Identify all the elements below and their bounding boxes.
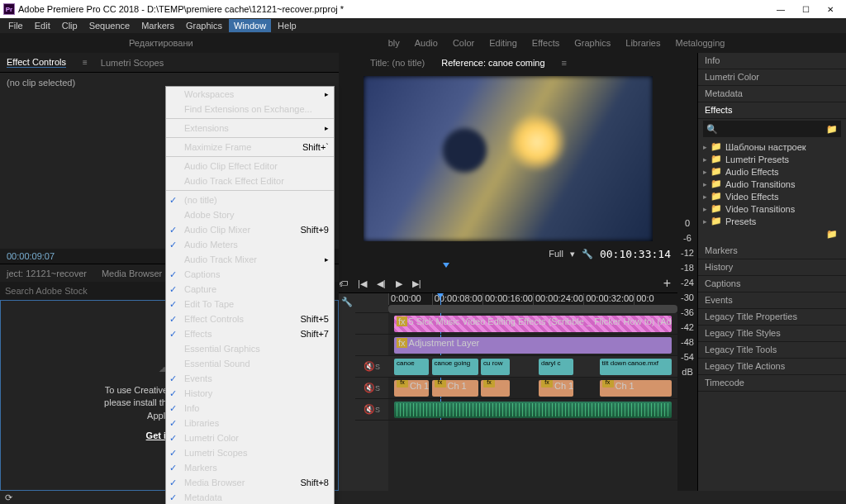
tree-item[interactable]: ▸📁Audio Effects bbox=[703, 165, 841, 178]
add-button-icon[interactable]: + bbox=[663, 276, 671, 291]
track-v3-lane[interactable]: fx5 Sick Music Video Editing Effects (Sc… bbox=[388, 313, 677, 335]
program-viewer[interactable] bbox=[364, 76, 653, 241]
panel-metadata[interactable]: Metadata bbox=[698, 86, 846, 102]
menu-item[interactable]: ✓Lumetri Scopes bbox=[166, 445, 334, 460]
mute-icon[interactable]: 🔇 bbox=[364, 361, 375, 372]
mute-icon[interactable]: 🔇 bbox=[364, 383, 375, 393]
clip-a2[interactable] bbox=[394, 402, 672, 418]
menu-item[interactable]: Audio Track Mixer▸ bbox=[166, 252, 334, 267]
ws-effects[interactable]: Effects bbox=[532, 38, 559, 48]
panel-legacy-title-properties[interactable]: Legacy Title Properties bbox=[698, 309, 846, 326]
mute-icon[interactable]: 🔇 bbox=[364, 404, 375, 415]
timeline-zoom-scrollbar[interactable] bbox=[388, 305, 677, 313]
ws-editing-ru[interactable]: Редактировани bbox=[129, 38, 193, 48]
menu-item[interactable]: ✓Lumetri Color bbox=[166, 430, 334, 445]
menu-item[interactable]: ✓Edit To Tape bbox=[166, 297, 334, 311]
track-a2-lane[interactable] bbox=[388, 399, 677, 421]
close-button[interactable]: ✕ bbox=[818, 0, 843, 18]
clip-v1-5[interactable]: tilt down canoe.mxf bbox=[600, 359, 673, 375]
track-v2-lane[interactable]: fxAdjustment Layer bbox=[388, 335, 677, 356]
minimize-button[interactable]: — bbox=[768, 0, 793, 18]
clip-a1-5[interactable]: fxCh 1 bbox=[600, 380, 673, 397]
track-a1-lane[interactable]: fxCh 1 fxCh 1 fx fxCh 1 fxCh 1 bbox=[388, 378, 677, 399]
menu-window[interactable]: Window bbox=[229, 19, 271, 32]
tree-item[interactable]: ▸📁Lumetri Presets bbox=[703, 153, 841, 165]
menu-item[interactable]: ✓Audio Meters bbox=[166, 237, 334, 252]
ws-metalogging[interactable]: Metalogging bbox=[675, 38, 725, 48]
ws-color[interactable]: Color bbox=[453, 38, 474, 48]
menu-item[interactable]: Find Extensions on Exchange... bbox=[166, 102, 334, 116]
new-bin-icon[interactable]: 📁 bbox=[826, 124, 838, 135]
go-in-icon[interactable]: |◀ bbox=[358, 278, 367, 289]
track-v1[interactable]: 🔇 S bbox=[355, 356, 388, 378]
tree-item[interactable]: ▸📁Video Effects bbox=[703, 190, 841, 202]
menu-item[interactable]: ✓EffectsShift+7 bbox=[166, 326, 334, 341]
panel-timecode[interactable]: Timecode bbox=[698, 375, 846, 392]
tab-media-browser[interactable]: Media Browser bbox=[102, 269, 162, 278]
clip-a1-1[interactable]: fxCh 1 bbox=[394, 380, 429, 397]
mark-in-icon[interactable]: 🏷 bbox=[339, 278, 348, 288]
menu-graphics[interactable]: Graphics bbox=[181, 19, 227, 32]
menu-item[interactable]: ✓Media BrowserShift+8 bbox=[166, 475, 334, 490]
menu-item[interactable]: Adobe Story bbox=[166, 207, 334, 222]
maximize-button[interactable]: ☐ bbox=[793, 0, 818, 18]
timeline-ruler[interactable]: 0:00:0000:00:08:0000:00:16:0000:00:24:00… bbox=[388, 293, 677, 305]
menu-item[interactable]: ✓(no title) bbox=[166, 193, 334, 207]
clip-a1-2[interactable]: fxCh 1 bbox=[432, 380, 478, 397]
menu-clip[interactable]: Clip bbox=[57, 19, 83, 32]
panel-events[interactable]: Events bbox=[698, 292, 846, 309]
ws-libraries[interactable]: Libraries bbox=[625, 38, 660, 48]
ws-editing[interactable]: Editing bbox=[489, 38, 517, 48]
clip-v1-2[interactable]: canoe going bbox=[432, 359, 478, 375]
panel-history[interactable]: History bbox=[698, 259, 846, 276]
tab-title[interactable]: Title: (no title) bbox=[370, 58, 425, 68]
program-ruler[interactable] bbox=[345, 263, 671, 274]
panel-legacy-title-tools[interactable]: Legacy Title Tools bbox=[698, 342, 846, 359]
panel-lumetri-color[interactable]: Lumetri Color bbox=[698, 69, 846, 86]
menu-item[interactable]: Workspaces▸ bbox=[166, 87, 334, 102]
tab-reference[interactable]: Reference: canoe coming bbox=[441, 58, 544, 68]
menu-item[interactable]: ✓Audio Clip MixerShift+9 bbox=[166, 222, 334, 237]
clip-v3[interactable]: fx5 Sick Music Video Editing Effects (Sc… bbox=[394, 316, 672, 332]
panel-captions[interactable]: Captions bbox=[698, 276, 846, 292]
menu-help[interactable]: Help bbox=[273, 19, 302, 32]
track-v2[interactable] bbox=[355, 335, 388, 356]
tree-item[interactable]: ▸📁Presets bbox=[703, 215, 841, 227]
wrench-icon[interactable]: 🔧 bbox=[582, 249, 593, 259]
menu-edit[interactable]: Edit bbox=[30, 19, 55, 32]
dropdown-icon[interactable]: ▾ bbox=[570, 249, 575, 259]
tree-item[interactable]: ▸📁Audio Transitions bbox=[703, 178, 841, 190]
panel-effects[interactable]: Effects bbox=[698, 102, 846, 119]
sync-icon[interactable]: ⟳ bbox=[5, 492, 12, 503]
menu-item[interactable]: ✓Events bbox=[166, 371, 334, 386]
tab-project[interactable]: ject: 12121~recover bbox=[7, 269, 87, 278]
wrench-icon[interactable]: 🔧 bbox=[341, 297, 353, 307]
menu-item[interactable]: ✓Libraries bbox=[166, 416, 334, 430]
ws-assembly[interactable]: bly bbox=[388, 38, 400, 48]
go-out-icon[interactable]: ▶| bbox=[412, 278, 421, 289]
track-v3[interactable] bbox=[355, 313, 388, 335]
menu-item[interactable]: ✓Effect ControlsShift+5 bbox=[166, 311, 334, 326]
menu-item[interactable]: ✓Info bbox=[166, 401, 334, 416]
tree-item[interactable]: ▸📁Video Transitions bbox=[703, 202, 841, 215]
clip-v1-3[interactable]: cu row bbox=[481, 359, 510, 375]
ws-audio[interactable]: Audio bbox=[415, 38, 438, 48]
menu-sequence[interactable]: Sequence bbox=[84, 19, 135, 32]
track-a2[interactable]: 🔇 S bbox=[355, 399, 388, 421]
clip-adjustment[interactable]: fxAdjustment Layer bbox=[394, 337, 672, 354]
panel-info[interactable]: Info bbox=[698, 53, 846, 69]
menu-item[interactable]: ✓Capture bbox=[166, 282, 334, 297]
play-icon[interactable]: ▶ bbox=[396, 278, 402, 289]
panel-legacy-title-actions[interactable]: Legacy Title Actions bbox=[698, 359, 846, 375]
folder-icon[interactable]: 📁 bbox=[826, 229, 838, 239]
menu-file[interactable]: File bbox=[3, 19, 28, 32]
clip-a1-4[interactable]: fxCh 1 bbox=[539, 380, 573, 397]
menu-item[interactable]: ✓Markers bbox=[166, 460, 334, 475]
tree-item[interactable]: ▸📁Шаблоны настроек bbox=[703, 140, 841, 153]
track-a1[interactable]: 🔇 S bbox=[355, 378, 388, 399]
effects-search[interactable]: 🔍📁 bbox=[703, 121, 841, 137]
resolution-dropdown[interactable]: Full bbox=[549, 249, 563, 259]
clip-v1-4[interactable]: daryl c bbox=[539, 359, 573, 375]
tab-lumetri-scopes[interactable]: Lumetri Scopes bbox=[101, 58, 164, 68]
menu-item[interactable]: ✓History bbox=[166, 386, 334, 401]
